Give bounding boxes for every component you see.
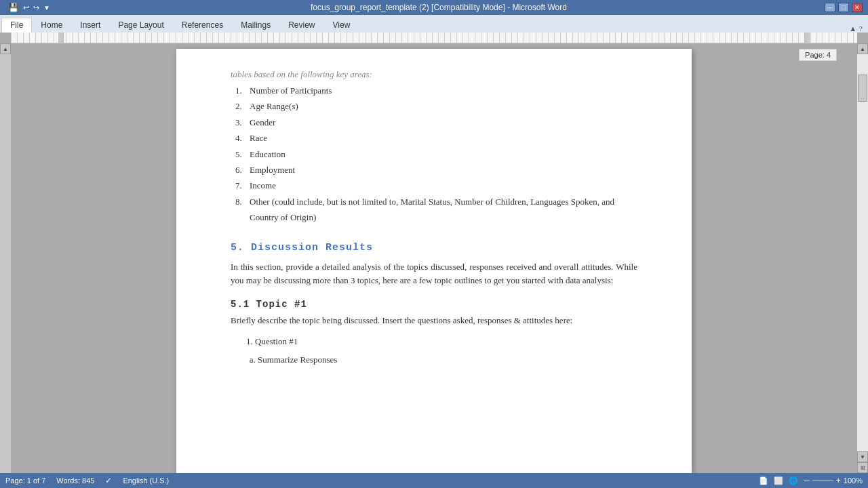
- spell-check-icon[interactable]: ✓: [105, 476, 112, 485]
- tab-references[interactable]: References: [173, 18, 232, 33]
- ribbon-tabs: File Home Insert Page Layout References …: [0, 15, 868, 33]
- view-icon-web[interactable]: 🌐: [789, 476, 798, 485]
- view-icon-fullscreen[interactable]: ⬜: [774, 476, 783, 485]
- sub51-heading: 5.1 Topic #1: [231, 299, 637, 310]
- sub-sub-list-item-1: Summarize Responses: [258, 352, 637, 367]
- page-count: Page: 1 of 7: [5, 476, 45, 485]
- status-bar: Page: 1 of 7 Words: 845 ✓ English (U.S.)…: [0, 473, 868, 488]
- language-indicator[interactable]: English (U.S.): [123, 476, 169, 485]
- section5-heading: 5. Discussion Results: [231, 242, 637, 253]
- list-item-8: Other (could include, but is not limited…: [244, 194, 637, 226]
- tab-mailings[interactable]: Mailings: [232, 18, 279, 33]
- list-item-4: Race: [244, 130, 637, 146]
- undo-icon[interactable]: ↩: [23, 3, 29, 12]
- window-controls[interactable]: ─ □ ✕: [825, 3, 863, 12]
- help-icon[interactable]: ?: [859, 24, 863, 33]
- section5-paragraph: In this section, provide a detailed anal…: [231, 260, 637, 289]
- sub-list: Question #1: [244, 333, 637, 349]
- ribbon-collapse-icon[interactable]: ▲: [849, 24, 856, 33]
- zoom-out-button[interactable]: ─: [804, 476, 810, 485]
- zoom-in-button[interactable]: +: [836, 476, 841, 485]
- list-item-6: Employment: [244, 162, 637, 178]
- list-item-5: Education: [244, 146, 637, 162]
- zoom-level: 100%: [844, 476, 863, 485]
- tab-file[interactable]: File: [1, 18, 32, 33]
- zoom-controls: ─ ──── + 100%: [804, 476, 863, 485]
- tab-page-layout[interactable]: Page Layout: [109, 18, 172, 33]
- quick-access-toolbar: 💾 ↩ ↪ ▼: [5, 3, 53, 13]
- list-item-1: Number of Participants: [244, 83, 637, 98]
- tab-home[interactable]: Home: [32, 18, 71, 33]
- close-button[interactable]: ✕: [852, 3, 863, 12]
- document-page: tables based on the following key areas:…: [176, 49, 692, 473]
- redo-icon[interactable]: ↪: [33, 3, 39, 12]
- scroll-up-right-button[interactable]: ▲: [857, 43, 868, 54]
- word-count: Words: 845: [56, 476, 94, 485]
- ruler-markings: [11, 33, 857, 43]
- scroll-up-button[interactable]: ▲: [0, 43, 11, 54]
- view-icon-print[interactable]: 📄: [759, 476, 768, 485]
- scroll-thumb[interactable]: [858, 75, 867, 102]
- right-scrollbar[interactable]: ▲ ▼ ⊞: [857, 43, 868, 473]
- maximize-button[interactable]: □: [838, 3, 849, 12]
- tab-view[interactable]: View: [324, 18, 359, 33]
- top-partial-text: tables based on the following key areas:: [231, 69, 637, 80]
- page-indicator: Page: 4: [799, 49, 837, 61]
- key-areas-list: Number of Participants Age Range(s) Gend…: [231, 83, 637, 226]
- sub51-paragraph: Briefly describe the topic being discuss…: [231, 314, 637, 328]
- status-right-area: 📄 ⬜ 🌐 ─ ──── + 100%: [759, 476, 863, 485]
- list-item-7: Income: [244, 178, 637, 193]
- document-area: Page: 4 tables based on the following ke…: [11, 43, 857, 473]
- tab-review[interactable]: Review: [279, 18, 323, 33]
- sub-list-item-1: Question #1: [255, 333, 637, 349]
- window-title: focus_group_report_template (2) [Compati…: [53, 3, 825, 12]
- list-item-3: Gender: [244, 115, 637, 130]
- tab-insert[interactable]: Insert: [71, 18, 109, 33]
- scroll-page-button[interactable]: ⊞: [857, 462, 868, 473]
- customize-icon[interactable]: ▼: [43, 4, 50, 12]
- title-bar: 💾 ↩ ↪ ▼ focus_group_report_template (2) …: [0, 0, 868, 15]
- main-layout: ▲ Page: 4 tables based on the following …: [0, 43, 868, 473]
- list-item-2: Age Range(s): [244, 98, 637, 114]
- save-icon[interactable]: 💾: [8, 3, 19, 13]
- sub-sub-list: Summarize Responses: [247, 352, 637, 367]
- left-scroll-area: ▲: [0, 43, 11, 473]
- ruler: [11, 33, 857, 43]
- scroll-track[interactable]: [857, 54, 868, 451]
- scroll-down-right-button[interactable]: ▼: [857, 451, 868, 462]
- zoom-slider[interactable]: ────: [812, 476, 833, 485]
- minimize-button[interactable]: ─: [825, 3, 835, 12]
